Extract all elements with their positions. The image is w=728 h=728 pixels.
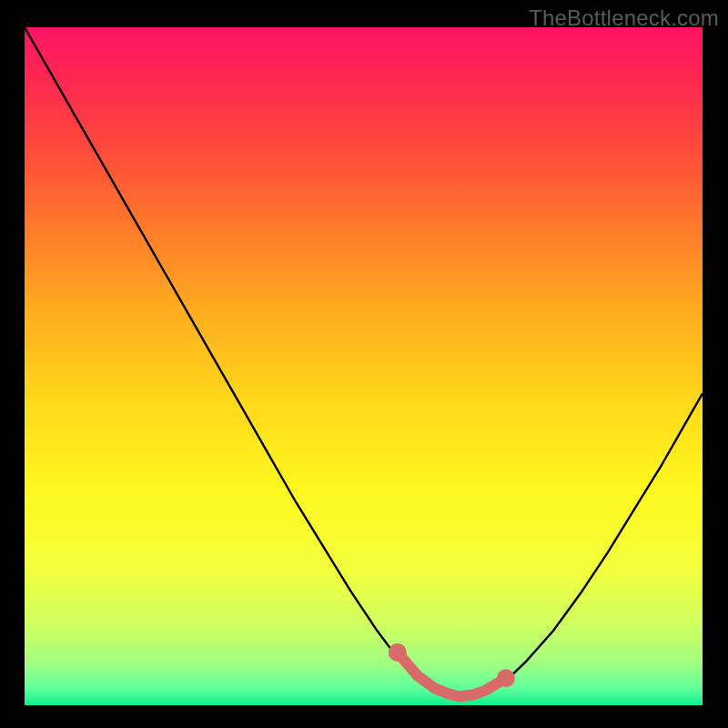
watermark-text: TheBottleneck.com (529, 5, 719, 31)
plot-background (25, 27, 703, 705)
optimal-band-start-cap (389, 643, 407, 662)
bottleneck-chart-svg (0, 0, 728, 728)
optimal-band-end-cap (497, 669, 515, 687)
chart-frame: TheBottleneck.com (0, 0, 728, 728)
